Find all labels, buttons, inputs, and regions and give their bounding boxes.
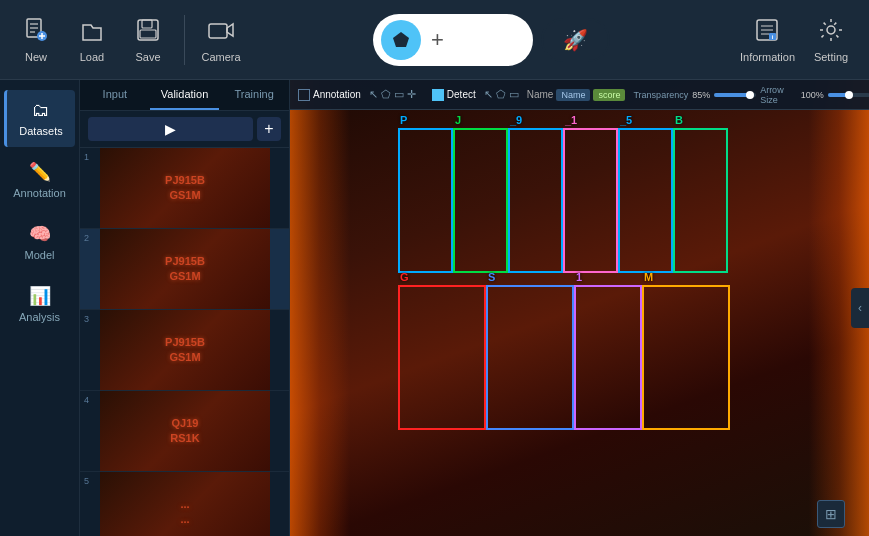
list-item[interactable]: 4 QJ19RS1K [80, 391, 289, 472]
annotation-checkbox[interactable] [298, 89, 310, 101]
annotation-text: Annotation [313, 89, 361, 100]
svg-point-15 [827, 26, 835, 34]
camera-button[interactable]: Camera [195, 11, 247, 69]
new-label: New [25, 51, 47, 63]
arrow-size-slider[interactable] [828, 93, 869, 97]
item-thumbnail: PJ915BGS1M [100, 148, 270, 228]
setting-icon [818, 17, 844, 47]
polygon-icon[interactable]: ⬠ [381, 88, 391, 101]
item-number: 4 [80, 391, 100, 471]
thumb-text: ...... [180, 497, 189, 528]
item-thumbnail: ...... [100, 472, 270, 536]
svg-marker-11 [393, 32, 409, 47]
camera-label: Camera [201, 51, 240, 63]
transparency-val: 85% [692, 90, 710, 100]
add-dataset-button[interactable]: + [257, 117, 281, 141]
analysis-icon: 📊 [29, 285, 51, 307]
thumb-bg: QJ19RS1K [100, 391, 270, 471]
camera-icon [207, 17, 235, 47]
cursor-icon[interactable]: ↖ [369, 88, 378, 101]
information-label: Information [740, 51, 795, 63]
panel-controls: ▶ + [80, 111, 289, 148]
setting-label: Setting [814, 51, 848, 63]
thumb-text: PJ915BGS1M [165, 173, 205, 204]
sidebar-item-model[interactable]: 🧠 Model [4, 213, 75, 271]
rect-icon[interactable]: ▭ [394, 88, 404, 101]
center-area: + 🚀 [251, 14, 732, 66]
thumb-bg: PJ915BGS1M [100, 148, 270, 228]
panel-tabs: Input Validation Training [80, 80, 289, 111]
information-icon: i [754, 17, 780, 47]
detect-tools: ↖ ⬠ ▭ [484, 88, 519, 101]
model-icon: 🧠 [29, 223, 51, 245]
image-strip-left [290, 80, 350, 536]
item-number: 5 [80, 472, 100, 536]
image-view: Annotation ↖ ⬠ ▭ ✛ Detect ↖ ⬠ ▭ [290, 80, 869, 536]
tab-input[interactable]: Input [80, 80, 150, 110]
annotation-check[interactable]: Annotation [298, 89, 361, 101]
detect-rect-icon[interactable]: ▭ [509, 88, 519, 101]
save-button[interactable]: Save [122, 11, 174, 69]
thumb-text: PJ915BGS1M [165, 254, 205, 285]
launch-button[interactable]: 🚀 [541, 18, 610, 62]
thumb-bg: PJ915BGS1M [100, 229, 270, 309]
thumb-bg: PJ915BGS1M [100, 310, 270, 390]
annotation-icon: ✏️ [29, 161, 51, 183]
datasets-icon: 🗂 [32, 100, 50, 121]
thumb-text: QJ19RS1K [170, 416, 199, 447]
model-label: Model [25, 249, 55, 261]
list-item[interactable]: 3 PJ915BGS1M [80, 310, 289, 391]
name-label: Name [527, 89, 554, 100]
launch-icon: 🚀 [563, 28, 588, 52]
transparency-label: Transparency [633, 90, 688, 100]
svg-rect-9 [140, 30, 156, 38]
image-background [290, 80, 869, 536]
name-badge: Name [556, 89, 590, 101]
item-thumbnail: QJ19RS1K [100, 391, 270, 471]
arrow-size-val: 100% [801, 90, 824, 100]
list-item[interactable]: 5 ...... [80, 472, 289, 536]
right-collapse-handle[interactable]: ‹ [851, 288, 869, 328]
sidebar-item-annotation[interactable]: ✏️ Annotation [4, 151, 75, 209]
sidebar: 🗂 Datasets ✏️ Annotation 🧠 Model 📊 Analy… [0, 80, 80, 536]
annotation-bar: Annotation ↖ ⬠ ▭ ✛ Detect ↖ ⬠ ▭ [290, 80, 869, 110]
svg-rect-10 [209, 24, 227, 38]
load-button[interactable]: Load [66, 11, 118, 69]
tab-pill-container: + [373, 14, 533, 66]
new-button[interactable]: New [10, 11, 62, 69]
new-icon [23, 17, 49, 47]
list-item[interactable]: 2 PJ915BGS1M [80, 229, 289, 310]
main-toolbar: New Load Save Camera [0, 0, 869, 80]
active-tab-pill[interactable] [381, 20, 421, 60]
sidebar-item-datasets[interactable]: 🗂 Datasets [4, 90, 75, 147]
item-thumbnail: PJ915BGS1M [100, 310, 270, 390]
detect-cursor-icon[interactable]: ↖ [484, 88, 493, 101]
item-number: 3 [80, 310, 100, 390]
transparency-slider[interactable] [714, 93, 756, 97]
label-pills: Name Name score [527, 89, 626, 101]
play-button[interactable]: ▶ [88, 117, 253, 141]
content-area: Input Validation Training ▶ + 1 PJ915BGS… [80, 80, 869, 536]
save-icon [135, 17, 161, 47]
detect-check-container[interactable]: Detect [432, 89, 476, 101]
tab-training[interactable]: Training [219, 80, 289, 110]
dataset-list: 1 PJ915BGS1M 2 PJ915BGS1M 3 PJ915BGS1M 4… [80, 148, 289, 536]
information-button[interactable]: i Information [736, 11, 799, 69]
analysis-label: Analysis [19, 311, 60, 323]
add-tab-button[interactable]: + [431, 27, 444, 53]
score-badge: score [593, 89, 625, 101]
detect-checkbox[interactable] [432, 89, 444, 101]
fullscreen-button[interactable]: ⊞ [817, 500, 845, 528]
arrow-size-label: Arrow Size [760, 85, 797, 105]
load-label: Load [80, 51, 104, 63]
plus-icon[interactable]: ✛ [407, 88, 416, 101]
detect-polygon-icon[interactable]: ⬠ [496, 88, 506, 101]
divider-1 [184, 15, 185, 65]
sidebar-item-analysis[interactable]: 📊 Analysis [4, 275, 75, 333]
toolbar-right: i Information Setting [736, 11, 859, 69]
tab-validation[interactable]: Validation [150, 80, 220, 110]
list-item[interactable]: 1 PJ915BGS1M [80, 148, 289, 229]
setting-button[interactable]: Setting [803, 11, 859, 69]
thumb-bg: ...... [100, 472, 270, 536]
datasets-panel: Input Validation Training ▶ + 1 PJ915BGS… [80, 80, 290, 536]
